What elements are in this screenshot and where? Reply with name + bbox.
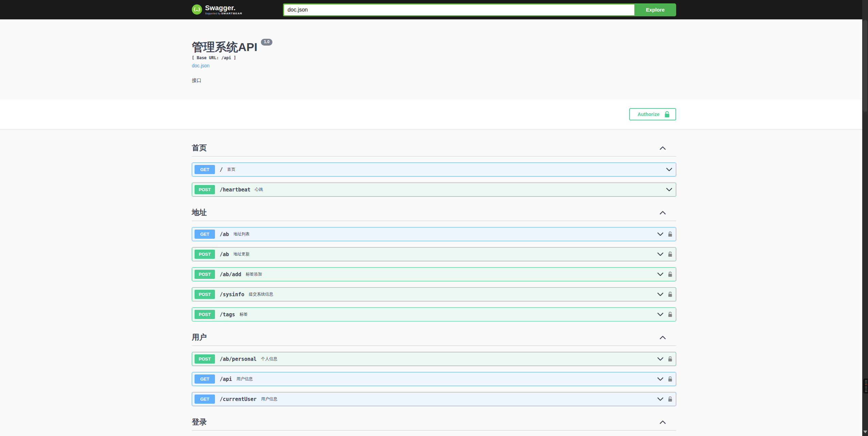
- tag-section: 首页GET/首页POST/heartbeat心跳: [192, 141, 676, 197]
- opblock-row[interactable]: GET/currentUser用户信息: [192, 392, 676, 406]
- authorize-label: Authorize: [637, 112, 660, 117]
- tag-header[interactable]: 首页: [192, 141, 676, 156]
- operation-path: /ab/personal: [220, 356, 256, 362]
- method-badge: GET: [195, 230, 215, 239]
- chevron-down-icon[interactable]: [657, 272, 664, 276]
- explore-button[interactable]: Explore: [634, 3, 676, 16]
- operation-path: /heartbeat: [220, 187, 250, 193]
- operation-icons: [657, 291, 672, 297]
- chevron-down-icon[interactable]: [657, 292, 664, 297]
- operation-path: /currentUser: [220, 396, 256, 402]
- minimap-line: [865, 386, 867, 386]
- operation-icons: [666, 188, 672, 192]
- opblock-row[interactable]: POST/sysinfo提交系统信息: [192, 287, 676, 301]
- opblock-row[interactable]: GET/首页: [192, 163, 676, 177]
- tag-section: 地址GET/ab地址列表POST/ab地址更新POST/ab/add标签添加PO…: [192, 206, 676, 321]
- operation-path: /sysinfo: [220, 291, 244, 298]
- method-badge: GET: [195, 165, 215, 174]
- minimap-line: [865, 383, 867, 383]
- spec-link[interactable]: doc.json: [192, 63, 210, 68]
- operation-summary: 地址更新: [233, 251, 250, 257]
- opblock-row[interactable]: POST/ab/personal个人信息: [192, 352, 676, 366]
- minimap-line: [865, 384, 867, 385]
- spec-url-form: Explore: [283, 3, 676, 16]
- base-url: [ Base URL: /api ]: [192, 55, 676, 60]
- operation-path: /tags: [220, 312, 235, 318]
- scheme-container: Authorize: [0, 99, 868, 129]
- chevron-up-icon[interactable]: [660, 211, 666, 215]
- method-badge: POST: [195, 354, 215, 364]
- chevron-down-icon[interactable]: [657, 397, 664, 401]
- vertical-scrollbar[interactable]: [862, 0, 868, 436]
- authorize-button[interactable]: Authorize: [629, 108, 676, 120]
- opblock-row[interactable]: POST/ab/add标签添加: [192, 267, 676, 281]
- auth-lock-icon[interactable]: [668, 396, 672, 402]
- operation-summary: 首页: [227, 167, 235, 172]
- api-info-section: 管理系统API 1.0 [ Base URL: /api ] doc.json …: [0, 19, 868, 99]
- unlocked-padlock-icon: [664, 111, 670, 118]
- operation-summary: 标签添加: [246, 271, 262, 277]
- swagger-logo[interactable]: {…} Swagger. Supported by SMARTBEAR: [192, 4, 242, 15]
- operation-icons: [666, 168, 672, 172]
- method-badge: POST: [195, 270, 215, 279]
- logo-texts: Swagger. Supported by SMARTBEAR: [205, 4, 242, 15]
- chevron-up-icon[interactable]: [660, 420, 666, 424]
- tag-title: 地址: [192, 207, 207, 218]
- opblock-row[interactable]: GET/api用户信息: [192, 372, 676, 386]
- version-badge: 1.0: [261, 39, 273, 46]
- chevron-down-icon[interactable]: [666, 188, 672, 192]
- tag-header[interactable]: 登录: [192, 416, 676, 431]
- swagger-braces-icon: {…}: [192, 4, 202, 15]
- topbar: {…} Swagger. Supported by SMARTBEAR Expl…: [0, 0, 868, 19]
- method-badge: GET: [195, 374, 215, 384]
- operation-summary: 提交系统信息: [249, 291, 273, 297]
- api-title-text: 管理系统API: [192, 40, 257, 54]
- chevron-up-icon[interactable]: [660, 146, 666, 150]
- tag-header[interactable]: 地址: [192, 206, 676, 221]
- chevron-down-icon[interactable]: [657, 357, 664, 361]
- chevron-down-icon[interactable]: [666, 168, 672, 172]
- chevron-up-icon[interactable]: [660, 335, 666, 339]
- opblock-row[interactable]: GET/ab地址列表: [192, 227, 676, 241]
- spec-url-input[interactable]: [283, 3, 634, 16]
- method-badge: GET: [195, 395, 215, 404]
- operation-icons: [657, 356, 672, 362]
- method-badge: POST: [195, 310, 215, 319]
- auth-lock-icon[interactable]: [668, 312, 672, 317]
- chevron-down-icon[interactable]: [657, 232, 664, 236]
- operation-icons: [657, 396, 672, 402]
- tag-section: 用户POST/ab/personal个人信息GET/api用户信息GET/cur…: [192, 331, 676, 406]
- auth-lock-icon[interactable]: [668, 231, 672, 237]
- opblock-row[interactable]: POST/ab地址更新: [192, 247, 676, 261]
- page-title: 管理系统API 1.0: [192, 40, 676, 54]
- tag-section: 登录POST/login登录POST/login/outLogin退出登录: [192, 416, 676, 436]
- operations-area: 首页GET/首页POST/heartbeat心跳地址GET/ab地址列表POST…: [0, 129, 868, 436]
- auth-lock-icon[interactable]: [668, 356, 672, 362]
- operations-list: 首页GET/首页POST/heartbeat心跳地址GET/ab地址列表POST…: [192, 141, 676, 436]
- operation-path: /api: [220, 376, 232, 382]
- auth-lock-icon[interactable]: [668, 376, 672, 382]
- tag-title: 用户: [192, 332, 207, 342]
- chevron-down-icon[interactable]: [657, 377, 664, 381]
- tag-header[interactable]: 用户: [192, 331, 676, 346]
- minimap-line: [865, 389, 867, 389]
- minimap-line: [865, 391, 867, 392]
- minimap-overlay-widget[interactable]: [863, 379, 868, 393]
- operation-summary: 用户信息: [261, 396, 277, 402]
- operation-icons: [657, 271, 672, 277]
- auth-lock-icon[interactable]: [668, 291, 672, 297]
- operation-summary: 个人信息: [261, 356, 277, 362]
- chevron-down-icon[interactable]: [657, 252, 664, 256]
- operation-summary: 心跳: [255, 187, 263, 192]
- auth-lock-icon[interactable]: [668, 271, 672, 277]
- tag-title: 登录: [192, 417, 207, 427]
- chevron-down-icon[interactable]: [657, 313, 664, 317]
- operation-path: /ab: [220, 231, 229, 237]
- scrollbar-down-arrow-icon[interactable]: [863, 431, 867, 433]
- opblock-row[interactable]: POST/tags标签: [192, 307, 676, 321]
- method-badge: POST: [195, 250, 215, 259]
- opblock-row[interactable]: POST/heartbeat心跳: [192, 183, 676, 197]
- operation-icons: [657, 376, 672, 382]
- scrollbar-thumb[interactable]: [863, 20, 867, 112]
- auth-lock-icon[interactable]: [668, 251, 672, 257]
